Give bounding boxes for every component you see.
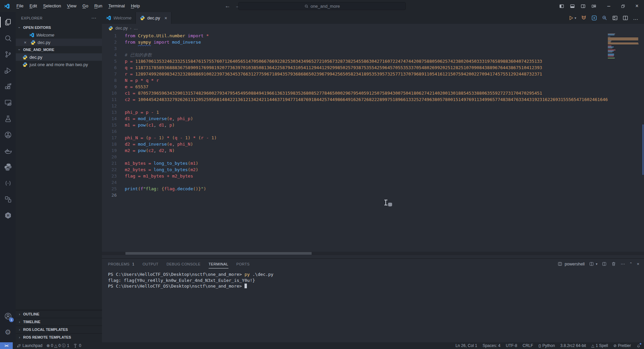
- section-ros-local-templates[interactable]: ›ROS LOCAL TEMPLATES: [16, 326, 102, 333]
- code-line-6[interactable]: 6q = 11873178589368883675890917699819207…: [102, 64, 644, 71]
- minimize-button[interactable]: –: [602, 0, 616, 12]
- activity-code-runner[interactable]: [0, 175, 16, 191]
- run-python-file-button[interactable]: ▾: [568, 15, 576, 21]
- file-item-just-one-and-more-than-two-py[interactable]: just one and more than two.py: [16, 61, 102, 68]
- panel-tab-ports[interactable]: PORTS: [236, 259, 250, 269]
- settings-button[interactable]: ⚙: [0, 324, 16, 340]
- code-line-18[interactable]: 18d2 = mod_inverse(e, phi_N): [102, 141, 644, 147]
- command-center-search[interactable]: one_and_more: [238, 2, 406, 10]
- close-panel-icon[interactable]: ×: [637, 261, 639, 266]
- status-ports-forwarded[interactable]: 0: [73, 343, 81, 348]
- file-item-dec-py[interactable]: ×dec.py: [16, 39, 102, 46]
- code-line-14[interactable]: 14d1 = mod_inverse(e, phi_p): [102, 115, 644, 122]
- code-line-23[interactable]: 23flag = m1_bytes + m2_bytes: [102, 173, 644, 179]
- terminal-dropdown-chevron-icon[interactable]: ▾: [596, 262, 597, 266]
- activity-search[interactable]: [0, 30, 16, 46]
- panel-tab-debug-console[interactable]: DEBUG CONSOLE: [167, 259, 201, 269]
- status-launchpad[interactable]: Launchpad: [17, 343, 42, 348]
- activity-source-control[interactable]: [0, 46, 16, 62]
- panel-tab-terminal[interactable]: TERMINAL: [209, 259, 228, 269]
- activity-ros-diagram[interactable]: [0, 191, 16, 207]
- more-actions-button[interactable]: …: [633, 15, 639, 21]
- split-terminal-button[interactable]: [602, 261, 607, 266]
- code-line-15[interactable]: 15m1 = pow(c1, d1, p): [102, 122, 644, 128]
- code-runner-button[interactable]: [591, 15, 597, 21]
- code-line-20[interactable]: 20: [102, 154, 644, 160]
- status-python-interpreter[interactable]: 3.8.2rc2 64-bit: [560, 343, 586, 348]
- new-terminal-button[interactable]: [589, 261, 594, 266]
- status-encoding[interactable]: UTF-8: [506, 343, 517, 348]
- menu-edit[interactable]: Edit: [26, 0, 40, 12]
- menu-view[interactable]: View: [64, 0, 79, 12]
- activity-docker[interactable]: [0, 143, 16, 159]
- terminal-output[interactable]: PS C:\Users\HelloCTF_OS\Desktop\nsctf\on…: [102, 269, 644, 289]
- section-timeline[interactable]: ›TIMELINE: [16, 318, 102, 326]
- menu-run[interactable]: Run: [91, 0, 105, 12]
- status-diagnostics[interactable]: ⊗ 0 △ 0 ⓘ 1: [46, 343, 69, 349]
- maximize-panel-icon[interactable]: ⌃: [629, 262, 632, 266]
- menu-file[interactable]: File: [13, 0, 26, 12]
- kill-terminal-button[interactable]: [611, 261, 616, 266]
- tab-dec-py[interactable]: dec.py×: [136, 12, 172, 24]
- toggle-panel-icon[interactable]: [567, 0, 578, 12]
- accounts-button[interactable]: 1: [0, 308, 16, 324]
- activity-hex-editor[interactable]: H: [0, 207, 16, 223]
- status-cursor-position[interactable]: Ln 26, Col 1: [455, 343, 477, 348]
- open-editors-section[interactable]: › OPEN EDITORS: [16, 24, 102, 31]
- code-line-13[interactable]: 13phi_p = p - 1: [102, 109, 644, 115]
- section-ros-remote-templates[interactable]: ›ROS REMOTE TEMPLATES: [16, 333, 102, 341]
- horizontal-scrollbar-thumb[interactable]: [125, 252, 312, 255]
- close-icon[interactable]: ×: [164, 15, 167, 21]
- restore-button[interactable]: [616, 0, 630, 12]
- code-line-2[interactable]: 2from sympy import mod_inverse: [102, 39, 644, 45]
- toggle-secondary-sidebar-icon[interactable]: [578, 0, 588, 12]
- close-icon[interactable]: ×: [22, 40, 28, 45]
- activity-extensions[interactable]: [0, 79, 16, 95]
- code-line-5[interactable]: 5p = 11867061353246233251584761575576071…: [102, 58, 644, 64]
- explorer-more-actions-icon[interactable]: ⋯: [91, 15, 97, 21]
- activity-remote-explorer[interactable]: [0, 95, 16, 111]
- menu-selection[interactable]: Selection: [40, 0, 64, 12]
- customize-layout-icon[interactable]: [588, 0, 599, 12]
- cat-extension-button[interactable]: [581, 15, 587, 21]
- tab-welcome[interactable]: Welcome: [102, 12, 136, 24]
- toggle-sidebar-icon[interactable]: [556, 0, 567, 12]
- status-notifications[interactable]: [636, 344, 641, 348]
- activity-testing[interactable]: [0, 111, 16, 127]
- close-window-button[interactable]: ×: [630, 0, 644, 12]
- minimap[interactable]: [608, 34, 639, 60]
- menu-help[interactable]: Help: [128, 0, 143, 12]
- open-changes-button[interactable]: [612, 15, 618, 21]
- status-eol[interactable]: CRLF: [523, 343, 533, 348]
- panel-tab-problems[interactable]: PROBLEMS1: [108, 259, 135, 269]
- menu-go[interactable]: Go: [79, 0, 91, 12]
- run-dropdown-chevron-icon[interactable]: ▾: [575, 16, 576, 20]
- split-editor-button[interactable]: [623, 15, 628, 21]
- code-line-17[interactable]: 17phi_N = (p - 1) * (q - 1) * (r - 1): [102, 135, 644, 141]
- activity-git-graph[interactable]: [0, 127, 16, 143]
- code-line-9[interactable]: 9e = 65537: [102, 84, 644, 90]
- code-line-11[interactable]: 11c2 = 100445424833279262613120525956814…: [102, 96, 644, 103]
- status-indentation[interactable]: Spaces: 4: [483, 343, 500, 348]
- code-editor[interactable]: 1from Crypto.Util.number import *2from s…: [102, 33, 644, 258]
- breadcrumb[interactable]: dec.py › …: [102, 24, 644, 33]
- menu-terminal[interactable]: Terminal: [105, 0, 128, 12]
- panel-tab-output[interactable]: OUTPUT: [143, 259, 159, 269]
- code-line-4[interactable]: 4# 已知的参数: [102, 52, 644, 58]
- status-prettier[interactable]: ⊘Prettier: [613, 343, 631, 348]
- data-preview-button[interactable]: [602, 15, 607, 21]
- code-line-26[interactable]: 26: [102, 192, 644, 198]
- status-remote-indicator[interactable]: ><: [0, 342, 13, 349]
- code-line-1[interactable]: 1from Crypto.Util.number import *: [102, 33, 644, 39]
- workspace-folder-section[interactable]: › ONE_AND_MORE: [16, 46, 102, 53]
- code-line-19[interactable]: 19m2 = pow(c2, d2, N): [102, 147, 644, 154]
- terminal-profile[interactable]: powershell: [557, 261, 585, 266]
- activity-python[interactable]: [0, 159, 16, 175]
- code-line-24[interactable]: 24: [102, 179, 644, 186]
- code-line-22[interactable]: 22m2_bytes = long_to_bytes(m2): [102, 166, 644, 173]
- status-spell-checker[interactable]: △1 Spell: [591, 343, 608, 348]
- code-line-8[interactable]: 8N = p * q * r: [102, 77, 644, 84]
- code-line-25[interactable]: 25print(f"flag: {flag.decode()}"): [102, 186, 644, 192]
- code-line-7[interactable]: 7r = 12897499208983423232868869100223973…: [102, 71, 644, 77]
- code-line-10[interactable]: 10c1 = 870573965963432901315748296002793…: [102, 90, 644, 96]
